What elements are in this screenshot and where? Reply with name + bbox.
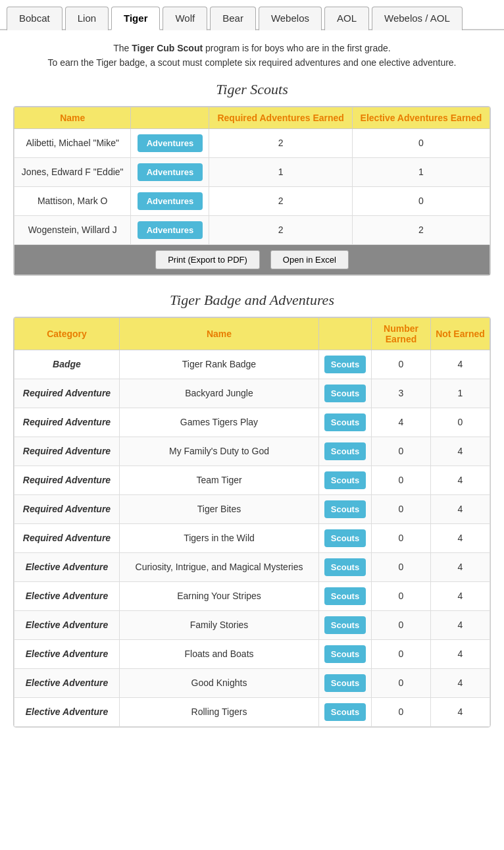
- scouts-btn-cell: Scouts: [319, 610, 372, 639]
- scouts-btn-cell: Scouts: [319, 494, 372, 523]
- scouts-button[interactable]: Scouts: [324, 558, 366, 576]
- tab-bear[interactable]: Bear: [210, 7, 256, 30]
- badge-not-earned: 4: [431, 668, 490, 697]
- badge-header-name: Name: [120, 317, 319, 350]
- scouts-button[interactable]: Scouts: [324, 442, 366, 460]
- required-earned: 2: [209, 186, 352, 215]
- desc-suffix: program is for boys who are in the first…: [203, 43, 391, 53]
- scouts-btn-cell: Scouts: [319, 639, 372, 668]
- badge-category: Required Adventure: [14, 437, 120, 465]
- adventures-btn-cell: Adventures: [131, 128, 209, 157]
- badge-not-earned: 4: [431, 350, 490, 379]
- tab-bar: Bobcat Lion Tiger Wolf Bear Webelos AOL …: [0, 0, 504, 30]
- scouts-button[interactable]: Scouts: [324, 471, 366, 489]
- open-excel-button[interactable]: Open in Excel: [270, 250, 349, 269]
- scouts-row: Alibetti, Michael "Mike" Adventures 2 0: [14, 128, 490, 157]
- scouts-button[interactable]: Scouts: [324, 645, 366, 663]
- elective-earned: 1: [352, 157, 490, 186]
- badge-row: Required Adventure My Family's Duty to G…: [14, 437, 490, 465]
- badge-row: Elective Adventure Curiosity, Intrigue, …: [14, 552, 490, 581]
- scouts-table-footer: Print (Export to PDF) Open in Excel: [14, 245, 490, 275]
- badge-header-btn: [319, 317, 372, 350]
- adventures-btn-cell: Adventures: [131, 215, 209, 244]
- adventures-button[interactable]: Adventures: [138, 221, 203, 239]
- badge-earned: 0: [372, 610, 431, 639]
- adventures-button[interactable]: Adventures: [138, 192, 203, 210]
- tab-bobcat[interactable]: Bobcat: [7, 7, 63, 30]
- badge-category: Required Adventure: [14, 379, 120, 408]
- badge-not-earned: 4: [431, 523, 490, 552]
- badge-not-earned: 4: [431, 552, 490, 581]
- badge-name: Tiger Rank Badge: [120, 350, 319, 379]
- badge-not-earned: 1: [431, 379, 490, 408]
- badge-table: Category Name Number Earned Not Earned B…: [14, 317, 490, 727]
- scouts-button[interactable]: Scouts: [324, 616, 366, 634]
- badge-header-category: Category: [14, 317, 120, 350]
- scouts-btn-cell: Scouts: [319, 437, 372, 465]
- tab-lion[interactable]: Lion: [65, 7, 109, 30]
- adventures-button[interactable]: Adventures: [138, 134, 203, 152]
- print-pdf-button[interactable]: Print (Export to PDF): [155, 250, 260, 269]
- badge-section-title: Tiger Badge and Adventures: [13, 292, 491, 309]
- badge-row: Required Adventure Games Tigers Play Sco…: [14, 408, 490, 437]
- badge-earned: 0: [372, 494, 431, 523]
- tab-webelos-aol[interactable]: Webelos / AOL: [372, 7, 463, 30]
- badge-name: Team Tiger: [120, 465, 319, 494]
- badge-row: Elective Adventure Rolling Tigers Scouts…: [14, 697, 490, 726]
- scouts-button[interactable]: Scouts: [324, 703, 366, 721]
- scouts-button[interactable]: Scouts: [324, 529, 366, 547]
- scouts-row: Wogenstein, Willard J Adventures 2 2: [14, 215, 490, 244]
- badge-category: Required Adventure: [14, 408, 120, 437]
- badge-row: Required Adventure Backyard Jungle Scout…: [14, 379, 490, 408]
- badge-category: Elective Adventure: [14, 581, 120, 610]
- tab-wolf[interactable]: Wolf: [163, 7, 207, 30]
- scouts-btn-cell: Scouts: [319, 350, 372, 379]
- required-earned: 2: [209, 128, 352, 157]
- required-earned: 2: [209, 215, 352, 244]
- scouts-btn-cell: Scouts: [319, 552, 372, 581]
- badge-name: Backyard Jungle: [120, 379, 319, 408]
- badge-name: Curiosity, Intrigue, and Magical Mysteri…: [120, 552, 319, 581]
- badge-not-earned: 4: [431, 437, 490, 465]
- badge-row: Elective Adventure Family Stories Scouts…: [14, 610, 490, 639]
- badge-table-wrapper: Category Name Number Earned Not Earned B…: [13, 317, 491, 728]
- badge-name: Tigers in the Wild: [120, 523, 319, 552]
- scouts-button[interactable]: Scouts: [324, 587, 366, 605]
- scouts-header-required: Required Adventures Earned: [209, 107, 352, 128]
- scouts-btn-cell: Scouts: [319, 465, 372, 494]
- badge-row: Required Adventure Tiger Bites Scouts 0 …: [14, 494, 490, 523]
- scouts-button[interactable]: Scouts: [324, 500, 366, 518]
- scouts-btn-cell: Scouts: [319, 523, 372, 552]
- badge-name: Family Stories: [120, 610, 319, 639]
- badge-name: Games Tigers Play: [120, 408, 319, 437]
- badge-header-notearned: Not Earned: [431, 317, 490, 350]
- tab-tiger[interactable]: Tiger: [111, 7, 160, 30]
- badge-not-earned: 4: [431, 494, 490, 523]
- badge-row: Badge Tiger Rank Badge Scouts 0 4: [14, 350, 490, 379]
- badge-category: Elective Adventure: [14, 668, 120, 697]
- badge-row: Elective Adventure Earning Your Stripes …: [14, 581, 490, 610]
- badge-category: Required Adventure: [14, 465, 120, 494]
- badge-not-earned: 4: [431, 465, 490, 494]
- scouts-button[interactable]: Scouts: [324, 385, 366, 402]
- badge-earned: 3: [372, 379, 431, 408]
- badge-not-earned: 0: [431, 408, 490, 437]
- badge-not-earned: 4: [431, 697, 490, 726]
- scouts-table-wrapper: Name Required Adventures Earned Elective…: [13, 106, 491, 276]
- badge-name: Floats and Boats: [120, 639, 319, 668]
- badge-not-earned: 4: [431, 639, 490, 668]
- scouts-btn-cell: Scouts: [319, 408, 372, 437]
- scout-name: Mattison, Mark O: [14, 186, 131, 215]
- tab-webelos[interactable]: Webelos: [259, 7, 322, 30]
- description-text: The Tiger Cub Scout program is for boys …: [13, 41, 491, 70]
- scouts-button[interactable]: Scouts: [324, 356, 366, 373]
- adventures-btn-cell: Adventures: [131, 186, 209, 215]
- adventures-button[interactable]: Adventures: [138, 163, 203, 181]
- badge-earned: 0: [372, 437, 431, 465]
- scouts-button[interactable]: Scouts: [324, 413, 366, 431]
- scouts-header-btn: [131, 107, 209, 128]
- tab-aol[interactable]: AOL: [324, 7, 369, 30]
- badge-not-earned: 4: [431, 581, 490, 610]
- badge-name: Rolling Tigers: [120, 697, 319, 726]
- scouts-button[interactable]: Scouts: [324, 674, 366, 692]
